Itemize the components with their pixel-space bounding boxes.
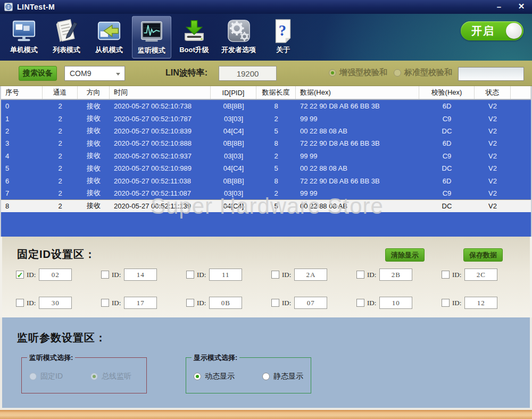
toolbar-item-gears[interactable]: 开发者选项 (217, 16, 260, 58)
table-cell: 2020-05-27 00:52:10:839 (110, 125, 211, 137)
toolbar-item-boot-download[interactable]: Boot升级 (174, 16, 214, 58)
column-header[interactable]: 数据(Hex) (296, 86, 419, 99)
table-cell: 6 (1, 174, 43, 187)
table-cell: V2 (475, 100, 511, 112)
id-checkbox[interactable] (356, 299, 364, 307)
id-checkbox[interactable] (186, 271, 194, 279)
table-row[interactable]: 02接收2020-05-27 00:52:10:7380B[8B]872 22 … (1, 100, 531, 112)
table-cell: 2020-05-27 00:52:10:888 (110, 137, 211, 149)
column-header[interactable]: 方向 (78, 86, 110, 99)
table-cell: 72 22 90 D8 AB 66 BB 3B (296, 100, 419, 112)
table-row[interactable]: 22接收2020-05-27 00:52:10:83904[C4]500 22 … (1, 125, 531, 137)
column-header[interactable]: 校验(Hex) (419, 86, 475, 99)
id-label: ID: (112, 271, 121, 279)
id-label: ID: (27, 271, 36, 279)
table-cell: 接收 (78, 162, 110, 174)
checksum-extra-input[interactable] (458, 67, 524, 81)
toggle-knob-icon (506, 23, 522, 39)
svg-text:?: ? (279, 22, 286, 39)
id-value-input[interactable] (124, 269, 157, 281)
table-cell: 2 (43, 187, 78, 199)
table-cell: 2 (256, 150, 296, 162)
column-header[interactable]: 序号 (1, 86, 43, 99)
id-checkbox[interactable] (101, 299, 109, 307)
table-cell: C9 (419, 112, 475, 124)
table-cell: 2 (43, 162, 78, 174)
id-value-input[interactable] (379, 269, 412, 281)
id-value-input[interactable] (294, 297, 327, 309)
id-checkbox[interactable] (16, 299, 24, 307)
column-header[interactable]: 数据长度 (256, 86, 296, 99)
table-row[interactable]: 52接收2020-05-27 00:52:10:98904[C4]500 22 … (1, 162, 531, 174)
toolbar-item-oscilloscope[interactable]: 监听模式 (132, 16, 171, 58)
display-mode-radio[interactable]: 动态显示 (194, 372, 235, 381)
id-checkbox[interactable] (442, 299, 450, 307)
id-checkbox[interactable] (356, 271, 364, 279)
table-row[interactable]: 12接收2020-05-27 00:52:10:78703[03]299 99C… (1, 112, 531, 124)
search-device-button[interactable]: 搜索设备 (19, 66, 57, 81)
id-value-input[interactable] (124, 297, 157, 309)
table-cell: 接收 (78, 174, 110, 187)
checksum-standard-radio[interactable]: 标准型校验和 (394, 68, 452, 78)
table-row[interactable]: 42接收2020-05-27 00:52:10:93703[03]299 99C… (1, 150, 531, 162)
id-checkbox[interactable] (271, 271, 279, 279)
table-cell: 04[C4] (211, 125, 256, 137)
table-row[interactable]: 82接收2020-05-27 00:52:11:13904[C4]500 22 … (1, 199, 531, 212)
toolbar-item-slave-arrow[interactable]: 从机模式 (89, 16, 129, 58)
id-value-input[interactable] (39, 269, 72, 281)
id-value-input[interactable] (464, 297, 497, 309)
id-checkbox[interactable] (101, 271, 109, 279)
table-cell: 2 (256, 112, 296, 124)
table-cell: 8 (256, 137, 296, 149)
id-value-input[interactable] (294, 269, 327, 281)
table-cell: 72 22 90 D8 AB 66 BB 3B (296, 137, 419, 149)
id-checkbox[interactable] (271, 299, 279, 307)
table-row[interactable]: 62接收2020-05-27 00:52:11:0380B[8B]872 22 … (1, 174, 531, 187)
table-cell: 99 99 (296, 187, 419, 199)
listen-mode-radio[interactable]: 总线监听 (90, 372, 131, 381)
column-header[interactable]: 通道 (43, 86, 78, 99)
baud-rate-input[interactable] (219, 66, 277, 81)
table-row[interactable]: 32接收2020-05-27 00:52:10:8880B[8B]872 22 … (1, 137, 531, 149)
toolbar-item-help[interactable]: ? 关于 (263, 16, 303, 58)
id-value-input[interactable] (209, 297, 242, 309)
display-mode-radio[interactable]: 静态显示 (262, 372, 303, 381)
id-value-input[interactable] (39, 297, 72, 309)
com-port-select[interactable]: COM9 (64, 66, 125, 81)
id-label: ID: (197, 299, 206, 307)
table-row[interactable]: 72接收2020-05-27 00:52:11:08703[03]299 99C… (1, 187, 531, 199)
table-cell: 72 22 90 D8 AB 66 BB 3B (296, 174, 419, 187)
help-icon: ? (271, 19, 295, 43)
close-button[interactable]: ✕ (514, 1, 529, 12)
checksum-enhanced-radio[interactable]: 增强型校验和 (329, 68, 387, 78)
toolbar-item-monitor[interactable]: 单机模式 (4, 16, 44, 58)
id-checkbox[interactable]: ✓ (16, 271, 24, 279)
column-header[interactable]: 时间 (110, 86, 211, 99)
listen-mode-radio[interactable]: 固定ID (29, 372, 63, 381)
table-cell: V2 (475, 150, 511, 162)
table-cell: 5 (256, 162, 296, 174)
id-value-input[interactable] (464, 269, 497, 281)
table-cell: 2 (43, 174, 78, 187)
power-toggle[interactable]: 开启 (461, 21, 523, 40)
table-cell: 2020-05-27 00:52:10:937 (110, 150, 211, 162)
com-port-value: COM9 (70, 69, 91, 78)
column-header[interactable]: 状态 (475, 86, 511, 99)
id-checkbox[interactable] (442, 271, 450, 279)
table-cell: 2 (43, 150, 78, 162)
table-cell: 2020-05-27 00:52:11:087 (110, 187, 211, 199)
table-cell: 2020-05-27 00:52:11:038 (110, 174, 211, 187)
column-header[interactable]: ID[PID] (211, 86, 256, 99)
table-header: 序号通道方向时间ID[PID]数据长度数据(Hex)校验(Hex)状态 (1, 86, 531, 100)
clear-display-button[interactable]: 清除显示 (385, 248, 425, 262)
minimize-button[interactable]: – (492, 1, 506, 12)
table-cell: DC (419, 125, 475, 137)
fixed-id-title: 固定ID设置区： (17, 247, 96, 262)
id-checkbox[interactable] (186, 299, 194, 307)
save-data-button[interactable]: 保存数据 (463, 248, 503, 262)
id-value-input[interactable] (379, 297, 412, 309)
table-cell: C9 (419, 150, 475, 162)
toolbar-item-notepad[interactable]: 列表模式 (47, 16, 86, 58)
oscilloscope-icon (139, 19, 164, 44)
id-value-input[interactable] (209, 269, 242, 281)
